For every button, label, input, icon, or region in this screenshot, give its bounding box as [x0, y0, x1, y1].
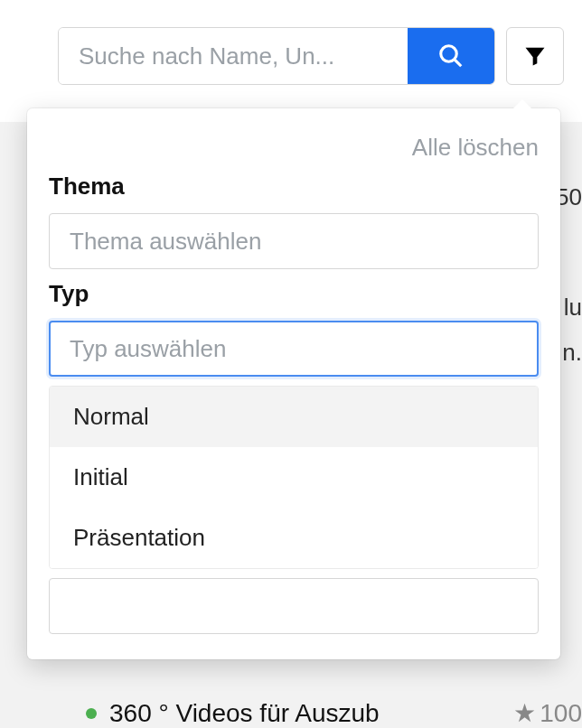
- partial-text: lu: [564, 294, 582, 322]
- search-button[interactable]: [408, 28, 494, 84]
- thema-select[interactable]: Thema auswählen: [49, 213, 539, 269]
- star-icon: ★: [513, 698, 536, 728]
- svg-point-0: [441, 46, 457, 62]
- filter-button[interactable]: [506, 27, 564, 85]
- thema-label: Thema: [49, 173, 539, 201]
- status-dot-icon: [86, 708, 97, 719]
- search-icon: [437, 42, 465, 70]
- typ-option-normal[interactable]: Normal: [50, 387, 538, 447]
- search-group: [58, 27, 495, 85]
- extra-input[interactable]: [49, 578, 539, 634]
- filter-popover: Alle löschen Thema Thema auswählen Typ T…: [27, 108, 560, 659]
- typ-select[interactable]: Typ auswählen: [49, 321, 539, 377]
- list-item-score: ★ 100: [513, 698, 582, 728]
- typ-option-praesentation[interactable]: Präsentation: [50, 508, 538, 568]
- score-value: 100: [540, 699, 582, 728]
- typ-placeholder: Typ auswählen: [70, 335, 226, 363]
- typ-label: Typ: [49, 280, 539, 308]
- list-item-title: 360 ° Videos für Auszub: [109, 699, 380, 728]
- typ-option-initial[interactable]: Initial: [50, 447, 538, 508]
- partial-text: n.: [562, 339, 582, 367]
- search-input[interactable]: [59, 28, 408, 84]
- clear-all-link[interactable]: Alle löschen: [49, 134, 539, 162]
- typ-dropdown: Normal Initial Präsentation: [49, 386, 539, 569]
- thema-placeholder: Thema auswählen: [70, 228, 261, 256]
- list-item[interactable]: 360 ° Videos für Auszub: [86, 699, 380, 728]
- filter-icon: [522, 43, 548, 69]
- top-toolbar: [0, 0, 582, 112]
- svg-line-1: [455, 60, 461, 66]
